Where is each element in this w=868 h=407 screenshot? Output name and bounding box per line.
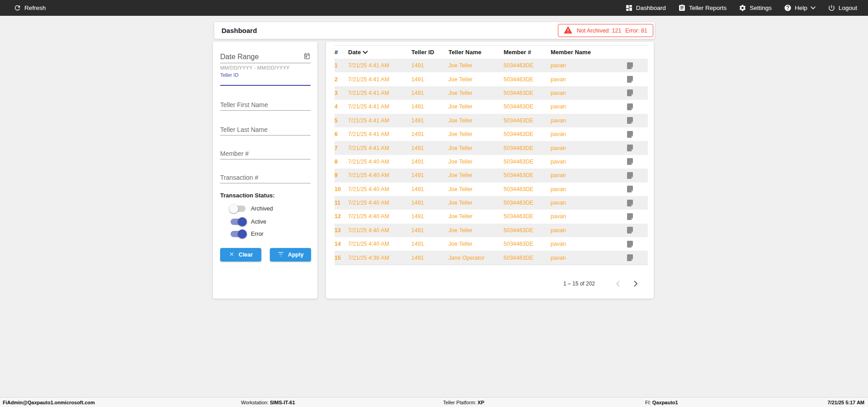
- cell-num: 12: [335, 213, 348, 220]
- table-row[interactable]: 6 7/21/25 4:41 AM 1491 Joe Teller 503446…: [335, 127, 648, 141]
- cell-member-name: pavan: [551, 227, 605, 234]
- table-header: # Date Teller ID Teller Name Member # Me…: [335, 45, 648, 59]
- col-header-num[interactable]: #: [335, 49, 348, 56]
- prev-page-button[interactable]: [612, 278, 623, 289]
- apply-button[interactable]: Apply: [270, 248, 311, 262]
- top-navbar: Refresh Dashboard Teller Reports Setting…: [0, 0, 868, 16]
- note-icon[interactable]: [605, 227, 648, 234]
- note-icon[interactable]: [605, 131, 648, 138]
- note-icon[interactable]: [605, 213, 648, 220]
- cell-member-name: pavan: [551, 62, 605, 69]
- toggle-error-switch[interactable]: [231, 231, 245, 237]
- cell-teller-name: Joe Teller: [448, 200, 504, 206]
- toggle-error[interactable]: Error: [231, 229, 264, 239]
- table-row[interactable]: 9 7/21/25 4:40 AM 1491 Joe Teller 503446…: [335, 168, 648, 182]
- clear-x-icon: [229, 251, 235, 258]
- cell-member-name: pavan: [551, 76, 605, 83]
- alert-not-archived: Not Archived: 121: [577, 28, 622, 34]
- statusbar-fi: FI:Qaxpauto1: [645, 400, 678, 405]
- nav-logout[interactable]: Logout: [828, 4, 857, 12]
- nav-teller-reports-label: Teller Reports: [689, 5, 726, 11]
- note-icon[interactable]: [605, 103, 648, 110]
- cell-date: 7/21/25 4:41 AM: [348, 90, 411, 96]
- results-panel: # Date Teller ID Teller Name Member # Me…: [326, 42, 654, 299]
- filter-icon: [278, 252, 284, 258]
- table-row[interactable]: 1 7/21/25 4:41 AM 1491 Joe Teller 503446…: [335, 59, 648, 72]
- table-row[interactable]: 8 7/21/25 4:40 AM 1491 Joe Teller 503446…: [335, 155, 648, 168]
- note-icon[interactable]: [605, 254, 648, 261]
- nav-help[interactable]: Help: [784, 4, 816, 12]
- cell-member-number: 5034463DE: [504, 103, 551, 110]
- statusbar-platform: Teller Platform:XP: [443, 400, 484, 405]
- calendar-icon[interactable]: [303, 52, 311, 61]
- cell-member-number: 5034463DE: [504, 186, 551, 192]
- nav-teller-reports[interactable]: Teller Reports: [678, 4, 726, 12]
- date-range-field[interactable]: Date Range: [220, 51, 311, 63]
- nav-settings[interactable]: Settings: [739, 4, 772, 12]
- note-icon[interactable]: [605, 158, 648, 165]
- note-icon[interactable]: [605, 172, 648, 179]
- table-row[interactable]: 13 7/21/25 4:40 AM 1491 Joe Teller 50344…: [335, 224, 648, 237]
- member-number-input[interactable]: [220, 148, 311, 159]
- cell-num: 8: [335, 159, 348, 165]
- nav-dashboard[interactable]: Dashboard: [625, 4, 666, 12]
- col-header-date[interactable]: Date: [348, 49, 411, 56]
- table-body: 1 7/21/25 4:41 AM 1491 Joe Teller 503446…: [335, 59, 648, 265]
- nav-dashboard-label: Dashboard: [636, 5, 666, 11]
- cell-num: 9: [335, 172, 348, 178]
- table-row[interactable]: 7 7/21/25 4:41 AM 1491 Joe Teller 503446…: [335, 141, 648, 154]
- cell-teller-name: Joe Teller: [448, 241, 504, 247]
- alert-badge: Not Archived: 121 Error: 81: [558, 24, 653, 37]
- cell-member-number: 5034463DE: [504, 213, 551, 220]
- cell-num: 7: [335, 145, 348, 151]
- toggle-archived-switch[interactable]: [231, 206, 245, 212]
- note-icon[interactable]: [605, 200, 648, 206]
- table-row[interactable]: 10 7/21/25 4:40 AM 1491 Joe Teller 50344…: [335, 182, 648, 196]
- col-header-member-number[interactable]: Member #: [504, 49, 551, 56]
- col-header-member-name[interactable]: Member Name: [551, 49, 605, 56]
- cell-teller-id: 1491: [411, 62, 448, 69]
- col-header-teller-name[interactable]: Teller Name: [448, 49, 504, 56]
- cell-num: 2: [335, 76, 348, 83]
- table-row[interactable]: 3 7/21/25 4:41 AM 1491 Joe Teller 503446…: [335, 86, 648, 100]
- cell-teller-id: 1491: [411, 172, 448, 178]
- next-page-button[interactable]: [630, 278, 641, 289]
- note-icon[interactable]: [605, 76, 648, 83]
- chevron-down-icon: [811, 6, 816, 9]
- cell-num: 14: [335, 241, 348, 247]
- refresh-button[interactable]: Refresh: [14, 4, 46, 12]
- col-header-teller-id[interactable]: Teller ID: [411, 49, 448, 56]
- cell-teller-name: Joe Teller: [448, 117, 504, 124]
- warning-icon: [564, 26, 572, 35]
- cell-member-name: pavan: [551, 131, 605, 137]
- note-icon[interactable]: [605, 89, 648, 96]
- cell-teller-id: 1491: [411, 90, 448, 96]
- teller-last-name-input[interactable]: [220, 124, 311, 136]
- cell-teller-name: Joe Teller: [448, 131, 504, 137]
- note-icon[interactable]: [605, 145, 648, 151]
- table-row[interactable]: 15 7/21/25 4:38 AM 1491 Jane Operator 50…: [335, 251, 648, 264]
- note-icon[interactable]: [605, 186, 648, 192]
- note-icon[interactable]: [605, 241, 648, 248]
- cell-teller-name: Joe Teller: [448, 172, 504, 178]
- transaction-number-input[interactable]: [220, 172, 311, 183]
- cell-teller-id: 1491: [411, 227, 448, 234]
- toggle-active-switch[interactable]: [231, 219, 245, 225]
- toggle-active[interactable]: Active: [231, 217, 266, 227]
- table-row[interactable]: 4 7/21/25 4:41 AM 1491 Joe Teller 503446…: [335, 100, 648, 113]
- table-row[interactable]: 5 7/21/25 4:41 AM 1491 Joe Teller 503446…: [335, 114, 648, 127]
- clear-button[interactable]: Clear: [220, 248, 261, 262]
- table-row[interactable]: 12 7/21/25 4:40 AM 1491 Joe Teller 50344…: [335, 210, 648, 223]
- cell-date: 7/21/25 4:40 AM: [348, 241, 411, 247]
- statusbar-datetime: 7/21/25 5:17 AM: [827, 400, 864, 405]
- toggle-archived[interactable]: Archived: [231, 204, 273, 214]
- teller-id-input[interactable]: [220, 77, 311, 86]
- table-row[interactable]: 11 7/21/25 4:40 AM 1491 Joe Teller 50344…: [335, 196, 648, 210]
- table-row[interactable]: 2 7/21/25 4:41 AM 1491 Joe Teller 503446…: [335, 72, 648, 86]
- note-icon[interactable]: [605, 117, 648, 124]
- table-row[interactable]: 14 7/21/25 4:40 AM 1491 Joe Teller 50344…: [335, 237, 648, 251]
- teller-first-name-input[interactable]: [220, 99, 311, 111]
- cell-teller-name: Joe Teller: [448, 90, 504, 96]
- cell-date: 7/21/25 4:41 AM: [348, 117, 411, 124]
- note-icon[interactable]: [605, 62, 648, 69]
